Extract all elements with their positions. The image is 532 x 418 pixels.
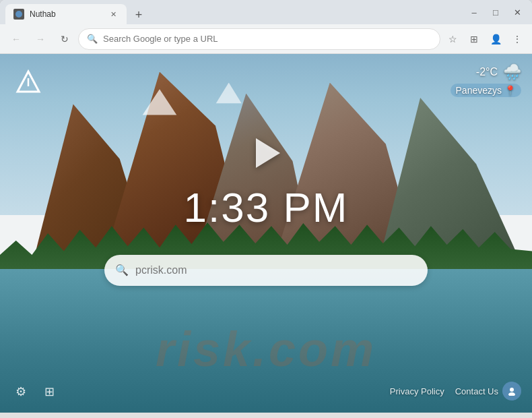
address-bar[interactable]: 🔍 [78,28,440,50]
bookmark-icon[interactable]: ☆ [443,30,462,49]
tab-area: Nuthab ✕ + [5,0,465,24]
contact-us-link[interactable]: Contact Us [455,386,498,396]
address-actions: ☆ ⊞ 👤 ⋮ [443,30,527,49]
tab-favicon [13,9,24,20]
svg-point-0 [15,11,22,18]
new-tab-button[interactable]: + [129,5,148,24]
contact-icon [502,382,521,400]
weather-widget: -2°C 🌧️ Panevezys 📍 [451,63,521,97]
settings-icon[interactable]: ⚙ [11,382,31,402]
weather-icon: 🌧️ [503,63,521,81]
svg-point-3 [510,388,514,392]
svg-point-4 [508,392,515,396]
address-input[interactable] [103,34,432,44]
bottom-icons: ⚙ ⊞ [11,382,59,402]
forward-button[interactable]: → [30,28,51,50]
search-bar[interactable]: 🔍 [104,255,428,286]
active-tab[interactable]: Nuthab ✕ [5,4,127,24]
browser-window: Nuthab ✕ + – □ ✕ ← → ↻ 🔍 ☆ ⊞ [0,0,532,418]
grid-icon[interactable]: ⊞ [39,382,59,402]
contact-us-area: Contact Us [455,382,521,400]
reload-button[interactable]: ↻ [54,28,75,50]
play-triangle-icon [256,138,280,168]
tab-close-button[interactable]: ✕ [108,9,119,20]
address-search-icon: 🔍 [87,34,98,44]
footer-links: Privacy Policy Contact Us [390,382,521,400]
content-area: risk.com -2°C 🌧️ Panevezys 📍 1:33 PM [0,54,532,413]
play-button[interactable] [246,133,286,173]
clock-display: 1:33 PM [184,183,349,231]
window-controls: – □ ✕ [465,3,527,22]
search-icon: 🔍 [115,264,129,276]
logo [13,67,43,97]
weather-location[interactable]: Panevezys 📍 [451,84,521,97]
back-button[interactable]: ← [5,28,27,50]
menu-icon[interactable]: ⋮ [508,30,527,49]
minimize-button[interactable]: – [465,3,484,22]
snow-2 [213,83,244,109]
close-button[interactable]: ✕ [508,3,527,22]
logo-icon [15,69,42,96]
title-bar: Nuthab ✕ + – □ ✕ [0,0,532,24]
privacy-policy-link[interactable]: Privacy Policy [390,386,444,396]
weather-temperature: -2°C 🌧️ [476,63,521,81]
location-pin-icon: 📍 [504,85,516,96]
search-input[interactable] [135,264,417,276]
contact-avatar-icon [507,386,517,396]
account-icon[interactable]: 👤 [486,30,505,49]
navigation-bar: ← → ↻ 🔍 ☆ ⊞ 👤 ⋮ [0,24,532,54]
maximize-button[interactable]: □ [486,3,505,22]
extensions-icon[interactable]: ⊞ [465,30,484,49]
scrollbar[interactable] [0,413,532,418]
tab-title: Nuthab [30,9,102,19]
